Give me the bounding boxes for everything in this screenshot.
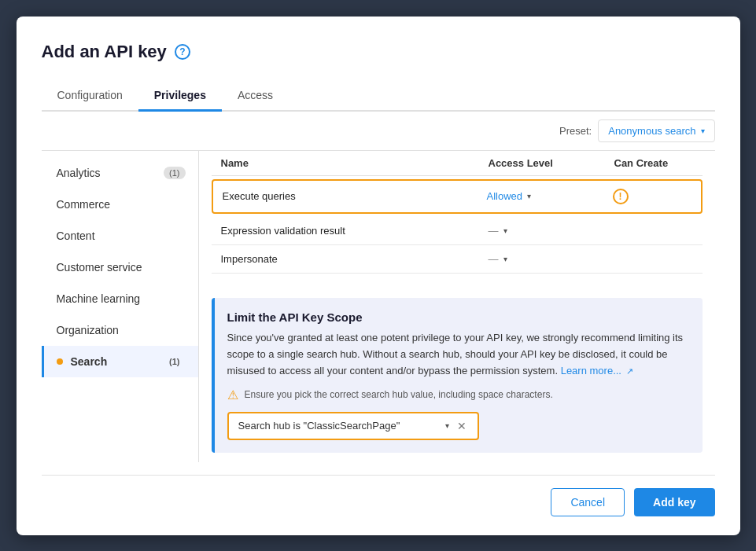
modal-title-row: Add an API key ?	[42, 42, 715, 62]
sidebar-item-search-label-group: Search	[57, 355, 108, 368]
table-area: Name Access Level Can Create Execute que…	[199, 151, 715, 289]
access-value-execute-queries: Allowed	[487, 190, 523, 202]
warning-icon-execute-queries: !	[613, 189, 629, 204]
tab-access[interactable]: Access	[222, 81, 289, 112]
access-chevron-expression-validation: ▾	[503, 226, 507, 235]
sidebar-item-content[interactable]: Content	[42, 220, 198, 252]
table-row-impersonate: Impersonate — ▾	[212, 245, 703, 274]
tab-privileges[interactable]: Privileges	[138, 81, 222, 112]
row-name-impersonate: Impersonate	[221, 253, 489, 265]
access-chevron-execute-queries: ▾	[527, 192, 531, 200]
preset-dropdown[interactable]: Anonymous search ▾	[598, 119, 714, 142]
sidebar-item-machine-learning[interactable]: Machine learning	[42, 283, 198, 314]
row-access-impersonate[interactable]: — ▾	[489, 253, 614, 265]
search-hub-value: Search hub is "ClassicSearchPage"	[238, 420, 439, 432]
preset-bar: Preset: Anonymous search ▾	[42, 112, 715, 151]
sidebar-item-commerce-label: Commerce	[57, 198, 110, 211]
right-panel: Name Access Level Can Create Execute que…	[199, 151, 715, 462]
warning-row: ⚠ Ensure you pick the correct search hub…	[227, 388, 690, 402]
sidebar-item-organization-label: Organization	[57, 324, 119, 336]
sidebar-item-search[interactable]: Search (1)	[42, 346, 198, 377]
col-can-create: Can Create	[614, 157, 693, 169]
search-hub-input[interactable]: Search hub is "ClassicSearchPage" ▾ ✕	[227, 412, 479, 440]
can-create-execute-queries: !	[613, 189, 691, 204]
search-hub-chevron-icon[interactable]: ▾	[445, 421, 449, 430]
modal-footer: Cancel Add key	[42, 475, 715, 516]
limit-scope-description: Since you've granted at least one potent…	[227, 330, 690, 379]
preset-value: Anonymous search	[608, 125, 695, 137]
sidebar-item-organization[interactable]: Organization	[42, 314, 198, 346]
search-dot-icon	[57, 358, 63, 365]
access-value-expression-validation: —	[489, 225, 499, 237]
row-access-expression-validation[interactable]: — ▾	[489, 225, 614, 237]
limit-scope-title: Limit the API Key Scope	[227, 310, 690, 324]
tabs-bar: Configuration Privileges Access	[42, 81, 715, 112]
sidebar-item-analytics-badge: (1)	[164, 167, 185, 179]
access-chevron-impersonate: ▾	[503, 255, 507, 263]
sidebar: Analytics (1) Commerce Content Customer …	[42, 151, 199, 462]
warning-triangle-icon: ⚠	[227, 388, 238, 402]
sidebar-item-content-label: Content	[57, 230, 95, 242]
preset-chevron-icon: ▾	[701, 127, 705, 135]
col-access-level: Access Level	[489, 157, 614, 169]
col-name: Name	[221, 157, 489, 169]
sidebar-item-customer-service[interactable]: Customer service	[42, 252, 198, 283]
main-content: Analytics (1) Commerce Content Customer …	[42, 151, 715, 462]
sidebar-item-commerce[interactable]: Commerce	[42, 189, 198, 220]
sidebar-item-search-label: Search	[71, 355, 108, 368]
modal-title: Add an API key	[42, 42, 167, 62]
table-row-execute-queries: Execute queries Allowed ▾ !	[212, 179, 703, 214]
preset-label: Preset:	[559, 125, 592, 137]
limit-scope-box: Limit the API Key Scope Since you've gra…	[212, 298, 703, 452]
table-row-expression-validation: Expression validation result — ▾	[212, 217, 703, 245]
add-key-button[interactable]: Add key	[634, 488, 714, 516]
tab-configuration[interactable]: Configuration	[42, 81, 138, 112]
learn-more-link[interactable]: Learn more... ↗	[561, 365, 633, 377]
warning-text: Ensure you pick the correct search hub v…	[245, 389, 553, 400]
sidebar-item-analytics-label: Analytics	[57, 167, 101, 179]
search-hub-clear-icon[interactable]: ✕	[455, 420, 468, 432]
help-icon[interactable]: ?	[175, 44, 190, 60]
row-name-expression-validation: Expression validation result	[221, 225, 489, 237]
modal: Add an API key ? Configuration Privilege…	[17, 17, 740, 535]
sidebar-item-search-badge: (1)	[164, 355, 185, 368]
row-name-execute-queries: Execute queries	[223, 190, 487, 202]
sidebar-item-machine-learning-label: Machine learning	[57, 292, 141, 305]
external-link-icon: ↗	[626, 366, 633, 376]
access-value-impersonate: —	[489, 253, 499, 265]
row-access-execute-queries[interactable]: Allowed ▾	[487, 190, 613, 202]
sidebar-item-analytics[interactable]: Analytics (1)	[42, 157, 198, 189]
table-header: Name Access Level Can Create	[212, 151, 703, 176]
cancel-button[interactable]: Cancel	[551, 488, 625, 516]
sidebar-item-customer-service-label: Customer service	[57, 261, 142, 274]
